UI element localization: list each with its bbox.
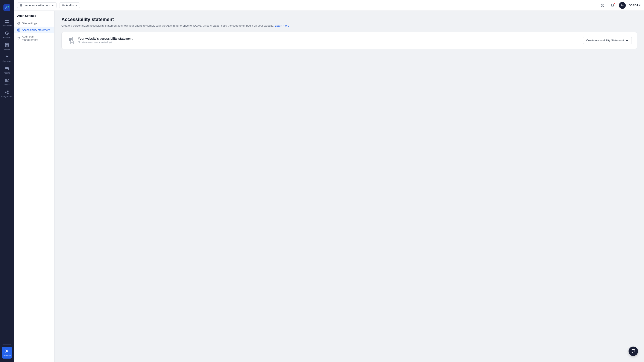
- sidebar-item-integrations[interactable]: Integrations: [0, 88, 14, 100]
- sidebar-item-dashboard[interactable]: Dashboard: [0, 17, 14, 29]
- svg-rect-3: [7, 20, 8, 21]
- user-name[interactable]: JORDAN: [629, 4, 640, 7]
- svg-point-16: [6, 351, 8, 352]
- sidebar-item-explore[interactable]: Explore: [0, 29, 14, 41]
- statement-subtitle: No statement was created yet: [78, 41, 132, 44]
- domain-icon: [20, 4, 22, 7]
- audits-selector[interactable]: Audits: [59, 2, 80, 8]
- page-content: Accessibility statement Create a persona…: [54, 11, 644, 362]
- learn-more-link[interactable]: Learn more: [275, 24, 289, 27]
- statement-card-left: Your website's accessibility statement N…: [67, 37, 132, 44]
- main-area: demo.accessibe.com Audits Jm JORDAN: [14, 0, 644, 362]
- svg-point-19: [602, 6, 603, 6]
- page-title: Accessibility statement: [62, 17, 637, 22]
- svg-rect-2: [5, 20, 7, 21]
- site-settings-icon: [17, 22, 20, 25]
- sidebar-item-pages[interactable]: Pages: [0, 41, 14, 52]
- svg-rect-12: [5, 81, 7, 82]
- sidebar-item-assets[interactable]: Assets: [0, 64, 14, 76]
- svg-rect-5: [7, 22, 8, 23]
- statement-text: Your website's accessibility statement N…: [78, 37, 132, 44]
- sidebar-bottom: Settings: [0, 343, 14, 360]
- chat-bubble-button[interactable]: [628, 347, 638, 356]
- statement-document-icon: [67, 37, 74, 44]
- chat-icon: [631, 349, 636, 354]
- app-logo[interactable]: [2, 2, 12, 14]
- svg-rect-8: [5, 67, 8, 70]
- svg-rect-9: [6, 67, 8, 67]
- sidebar-top: Dashboard Explore Pages Journeys Assets …: [0, 2, 14, 100]
- notifications-button[interactable]: [609, 2, 616, 9]
- sidebar-item-tasks[interactable]: Tasks: [0, 76, 14, 88]
- settings-nav-item[interactable]: Settings: [2, 347, 12, 359]
- domain-text: demo.accessibe.com: [24, 4, 50, 7]
- statement-card: Your website's accessibility statement N…: [62, 32, 637, 49]
- sub-nav-audit-path-management[interactable]: Audit path management: [14, 33, 54, 43]
- domain-selector[interactable]: demo.accessibe.com: [17, 2, 57, 8]
- notification-badge: [613, 2, 616, 4]
- header-left: demo.accessibe.com Audits: [17, 2, 80, 8]
- audits-text: Audits: [66, 4, 74, 7]
- audits-chevron-icon: [75, 4, 78, 7]
- sub-nav-site-settings[interactable]: Site settings: [14, 20, 54, 26]
- svg-point-1: [8, 6, 9, 7]
- help-button[interactable]: [599, 2, 606, 9]
- domain-chevron-icon: [51, 4, 54, 7]
- page-description: Create a personalized accessibility stat…: [62, 23, 637, 28]
- svg-rect-4: [5, 22, 7, 23]
- svg-rect-11: [7, 79, 8, 80]
- create-accessibility-statement-button[interactable]: Create Accessibility Statement: [583, 37, 632, 44]
- audit-path-icon: [17, 37, 20, 40]
- sub-nav-accessibility-statement[interactable]: Accessibility statement: [14, 26, 54, 33]
- svg-rect-10: [5, 79, 7, 80]
- audits-icon: [62, 4, 64, 7]
- accessibility-statement-icon: [17, 28, 20, 31]
- content-area: Audit Settings Site settings Accessibili…: [14, 11, 644, 362]
- help-icon: [601, 3, 604, 7]
- main-sidebar: Dashboard Explore Pages Journeys Assets …: [0, 0, 14, 362]
- arrow-right-icon: [626, 39, 628, 42]
- svg-point-20: [18, 23, 19, 24]
- sub-sidebar: Audit Settings Site settings Accessibili…: [14, 11, 54, 362]
- header-right: Jm JORDAN: [599, 2, 640, 9]
- sidebar-item-journeys[interactable]: Journeys: [0, 52, 14, 64]
- sub-sidebar-title: Audit Settings: [14, 14, 54, 20]
- statement-title: Your website's accessibility statement: [78, 37, 132, 40]
- top-header: demo.accessibe.com Audits Jm JORDAN: [14, 0, 644, 11]
- user-avatar[interactable]: Jm: [619, 2, 626, 9]
